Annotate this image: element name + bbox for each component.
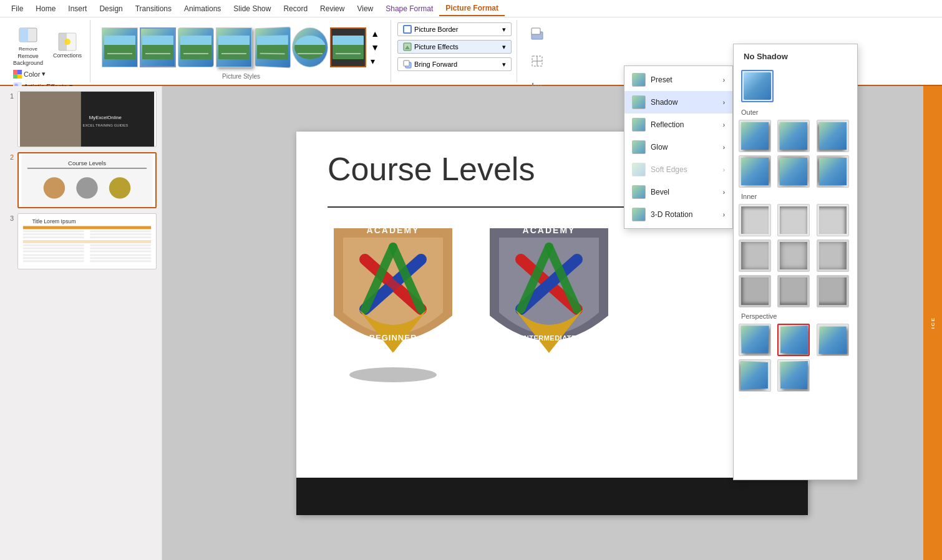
slide-image-3[interactable]: Title Lorem Ipsum [17,213,157,269]
gallery-up-button[interactable]: ▲ [369,27,381,40]
inner-shadow-3[interactable] [817,204,849,236]
svg-point-39 [76,177,97,198]
perspective-shadow-5[interactable] [777,359,810,392]
size-button[interactable] [523,50,551,72]
svg-rect-50 [23,240,151,243]
slide-panel: 1 MyExcelOnline EXCEL TRAINING GUIDES 2 … [0,86,162,560]
perspective-shadow-4[interactable] [739,359,771,392]
style-item-1[interactable] [102,27,138,67]
slide-thumb-1[interactable]: 1 MyExcelOnline EXCEL TRAINING GUIDES [5,91,157,147]
svg-point-38 [44,177,65,198]
gallery-down-button[interactable]: ▼ [369,41,381,54]
outer-shadow-6[interactable] [817,155,849,188]
reflection-menu-item[interactable]: Reflection › [624,113,732,136]
svg-text:Course Levels: Course Levels [68,160,106,167]
svg-rect-56 [90,251,151,253]
glow-icon [632,140,646,154]
outer-shadow-5[interactable] [777,155,810,188]
perspective-shadow-3[interactable] [817,324,849,356]
menu-bar: File Home Insert Design Transitions Anim… [0,0,942,17]
extra-ribbon-group [518,20,556,82]
svg-rect-53 [23,248,84,249]
corrections-icon: Corrections [58,32,77,51]
outer-shadow-4[interactable] [739,155,771,188]
svg-rect-10 [13,74,17,79]
menu-home[interactable]: Home [29,2,62,16]
inner-shadow-8[interactable] [777,275,810,307]
inner-shadow-5[interactable] [777,239,810,272]
svg-rect-58 [90,254,151,256]
soft-edges-menu-item[interactable]: Soft Edges › [624,158,732,181]
menu-file[interactable]: File [5,2,29,16]
picture-styles-label: Picture Styles [222,73,260,80]
outer-shadow-2[interactable] [777,120,810,152]
gallery-more-button[interactable]: ▾ [369,55,381,67]
outer-section-label: Outer [739,109,852,116]
picture-border-button[interactable]: Picture Border ▾ [397,22,512,36]
beginner-badge[interactable]: ACADEMY BEGINNER ★ [321,216,465,384]
shadow-menu-item[interactable]: Shadow › [624,91,732,113]
svg-rect-61 [23,260,84,262]
svg-rect-24 [404,60,409,66]
remove-background-button[interactable]: Remove Background RemoveBackground [10,22,46,69]
menu-picture-format[interactable]: Picture Format [439,1,505,16]
style-item-6[interactable] [292,27,328,67]
bevel-menu-item[interactable]: Bevel › [624,181,732,203]
inner-shadow-1[interactable] [739,204,771,236]
inner-shadow-2[interactable] [777,204,810,236]
corrections-button[interactable]: Corrections Corrections [50,31,85,60]
outer-shadow-1[interactable] [739,120,771,152]
color-button[interactable]: Color ▾ [10,69,85,80]
slide-2-preview: Course Levels [19,153,155,207]
style-item-3[interactable] [178,27,214,67]
no-shadow-item[interactable] [741,70,774,102]
adjust-group: Remove Background RemoveBackground Corre… [5,20,90,82]
slide-thumb-3[interactable]: 3 Title Lorem Ipsum [5,213,157,269]
inner-shadow-7[interactable] [739,275,771,307]
svg-rect-26 [532,28,540,34]
intermediate-badge[interactable]: ACADEMY INTERMEDIATE ★ ★ [477,216,621,384]
preset-arrow: › [723,77,725,84]
3d-rotation-icon [632,208,646,221]
svg-rect-52 [90,244,151,246]
style-item-7[interactable] [330,27,366,67]
3d-rotation-menu-item[interactable]: 3-D Rotation › [624,203,732,226]
svg-rect-59 [23,257,84,259]
menu-review[interactable]: Review [314,2,351,16]
perspective-shadow-1[interactable] [739,324,771,356]
menu-record[interactable]: Record [277,2,314,16]
preset-menu-item[interactable]: Preset › [624,69,732,91]
menu-view[interactable]: View [351,2,379,16]
outer-shadow-3[interactable] [817,120,849,152]
inner-shadow-grid [739,204,852,307]
picture-effects-button[interactable]: Picture Effects ▾ [397,40,512,54]
slide-image-2[interactable]: Course Levels [17,152,157,208]
soft-edges-icon [632,163,646,176]
svg-text:★ ★: ★ ★ [541,347,556,356]
inner-shadow-4[interactable] [739,239,771,272]
soft-edges-arrow: › [723,167,725,173]
bring-forward-button[interactable]: Bring Forward ▾ [397,57,512,71]
menu-transitions[interactable]: Transitions [129,2,178,16]
style-item-2[interactable] [140,27,176,67]
arrange-button[interactable] [523,22,551,45]
slide-thumb-2[interactable]: 2 Course Levels [5,152,157,208]
inner-shadow-9[interactable] [817,275,849,307]
perspective-shadow-2[interactable] [777,324,810,356]
menu-design[interactable]: Design [93,2,129,16]
svg-text:BEGINNER: BEGINNER [369,333,417,342]
menu-insert[interactable]: Insert [62,2,93,16]
style-item-5[interactable] [255,26,291,68]
inner-shadow-6[interactable] [817,239,849,272]
svg-rect-44 [23,230,84,232]
style-item-4[interactable] [216,27,252,67]
slide-num-2: 2 [5,152,14,161]
menu-animations[interactable]: Animations [178,2,227,16]
glow-menu-item[interactable]: Glow › [624,136,732,158]
slide-1-preview: MyExcelOnline EXCEL TRAINING GUIDES [18,92,156,147]
menu-slideshow[interactable]: Slide Show [227,2,277,16]
menu-shape-format[interactable]: Shape Format [379,2,439,16]
picture-styles-group: ▲ ▼ ▾ Picture Styles [92,20,391,82]
svg-point-40 [109,177,130,198]
slide-image-1[interactable]: MyExcelOnline EXCEL TRAINING GUIDES [17,91,157,147]
